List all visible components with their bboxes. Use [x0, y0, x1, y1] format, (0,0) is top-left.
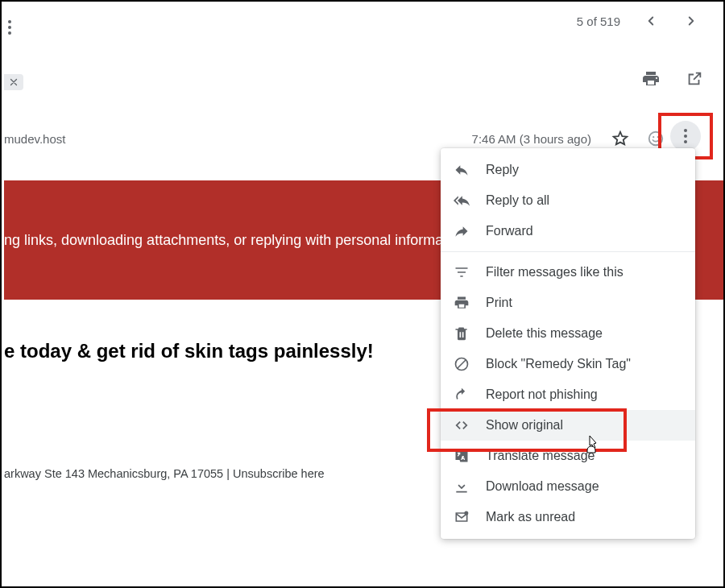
svg-point-0	[8, 20, 11, 23]
mail-unread-icon	[454, 509, 470, 525]
menu-block[interactable]: Block "Remedy Skin Tag"	[441, 349, 695, 379]
svg-point-6	[684, 129, 687, 132]
menu-reply-all[interactable]: Reply to all	[441, 185, 695, 216]
svg-point-5	[657, 136, 659, 138]
forward-icon	[454, 223, 470, 239]
print-icon	[454, 295, 470, 311]
trash-icon	[454, 325, 470, 342]
email-footer-address: arkway Ste 143 Mechanicsburg, PA 17055 |…	[4, 467, 325, 480]
sender-domain-fragment: mudev.host	[4, 132, 65, 146]
filter-icon	[454, 264, 470, 280]
more-options-button[interactable]	[670, 121, 701, 151]
prev-page-button[interactable]	[641, 11, 661, 31]
email-body-headline: e today & get rid of skin tags painlessl…	[4, 340, 374, 362]
menu-reply[interactable]: Reply	[441, 155, 695, 185]
menu-print[interactable]: Print	[441, 288, 695, 318]
print-button[interactable]	[636, 64, 665, 93]
open-new-window-button[interactable]	[680, 64, 709, 93]
svg-point-7	[684, 135, 687, 138]
next-page-button[interactable]	[682, 11, 701, 31]
svg-point-2	[8, 31, 11, 35]
more-options-menu: Reply Reply to all Forward Filter messag…	[441, 148, 695, 539]
pagination-label: 5 of 519	[577, 14, 620, 28]
menu-delete[interactable]: Delete this message	[441, 318, 695, 349]
menu-report[interactable]: Report not phishing	[441, 379, 695, 410]
undo-icon	[454, 387, 470, 403]
download-icon	[454, 478, 470, 495]
menu-mark-unread[interactable]: Mark as unread	[441, 502, 695, 532]
svg-point-1	[8, 26, 11, 29]
label-chip-close[interactable]	[4, 74, 23, 90]
unsubscribe-link[interactable]: Unsubscribe here	[233, 467, 325, 480]
code-icon	[454, 417, 470, 433]
menu-filter[interactable]: Filter messages like this	[441, 257, 695, 288]
menu-download[interactable]: Download message	[441, 471, 695, 502]
timestamp-label: 7:46 AM (3 hours ago)	[472, 132, 591, 146]
svg-point-4	[652, 136, 654, 138]
expand-dots-icon[interactable]	[6, 19, 13, 39]
svg-point-8	[684, 140, 687, 143]
svg-point-3	[649, 132, 663, 146]
menu-translate[interactable]: Translate message	[441, 441, 695, 471]
menu-forward[interactable]: Forward	[441, 216, 695, 246]
menu-separator	[441, 251, 695, 252]
block-icon	[454, 356, 470, 372]
reply-all-icon	[454, 193, 470, 209]
svg-point-10	[464, 511, 468, 516]
menu-show-original[interactable]: Show original	[441, 410, 695, 441]
translate-icon	[454, 448, 470, 464]
reply-icon	[454, 162, 470, 178]
